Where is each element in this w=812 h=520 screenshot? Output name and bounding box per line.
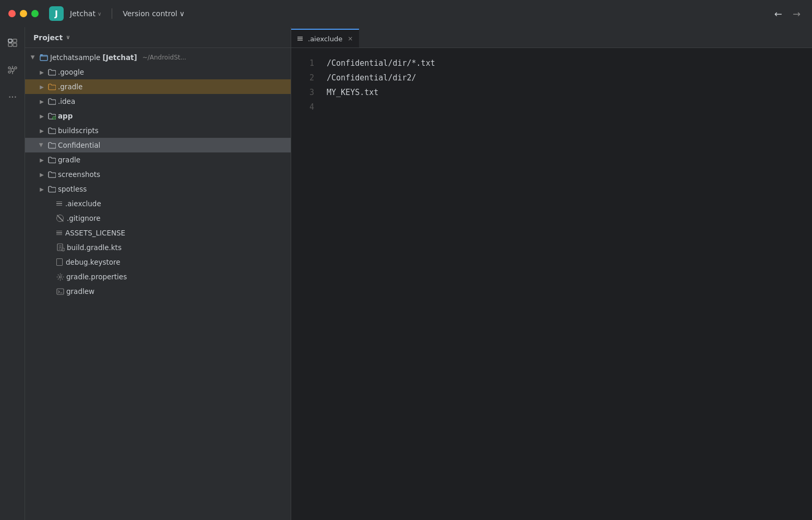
tree-item-build-gradle[interactable]: ▶ K build.gradle.kts (25, 240, 291, 255)
root-label: Jetchatsample [Jetchat] (50, 53, 137, 62)
gradle-kts-file-icon: K (56, 243, 65, 252)
tab-label: .aiexclude (308, 35, 342, 43)
tree-root-item[interactable]: ▶ Jetchatsample [Jetchat] ~/AndroidSt... (25, 50, 291, 65)
app-name-dropdown[interactable]: Jetchat ∨ (70, 9, 101, 18)
code-line-2-text: /Confidential/dir2/ (327, 72, 416, 85)
tree-item-assets-license[interactable]: ▶ ASSETS_LICENSE (25, 226, 291, 240)
tree-item-build-gradle-label: build.gradle.kts (67, 243, 122, 252)
titlebar: J Jetchat ∨ Version control ∨ ← → (0, 0, 812, 27)
version-control-chevron-icon: ∨ (180, 9, 185, 18)
root-path: ~/AndroidSt... (142, 54, 186, 61)
code-line-4 (323, 100, 812, 115)
tree-item-confidential[interactable]: ▶ Confidential (25, 138, 291, 152)
code-line-3-text: MY_KEYS.txt (327, 86, 378, 100)
tree-item-idea[interactable]: ▶ .idea (25, 94, 291, 109)
tree-item-app-arrow-icon[interactable]: ▶ (38, 112, 46, 120)
svg-point-9 (8, 71, 10, 73)
tab-file-icon (297, 37, 303, 41)
line-number-3: 3 (309, 86, 314, 100)
file-tree[interactable]: ▶ Jetchatsample [Jetchat] ~/AndroidSt...… (25, 48, 291, 520)
tree-item-idea-arrow-icon[interactable]: ▶ (38, 97, 46, 105)
tree-item-gradle-properties-label: gradle.properties (66, 273, 127, 281)
panel-title: Project (33, 33, 63, 42)
code-editor: 1 2 3 4 /Confidential/dir/*.txt /Confide… (291, 48, 812, 520)
tree-item-gradle-arrow-icon[interactable]: ▶ (38, 156, 46, 164)
tree-item-buildscripts[interactable]: ▶ buildscripts (25, 123, 291, 138)
tree-item-idea-label: .idea (58, 97, 75, 105)
tree-item-buildscripts-arrow-icon[interactable]: ▶ (38, 126, 46, 135)
close-button[interactable] (8, 10, 16, 17)
more-tools-button[interactable]: ··· (3, 88, 22, 107)
lines-file-icon (56, 202, 62, 206)
tree-item-screenshots[interactable]: ▶ screenshots (25, 167, 291, 182)
svg-point-17 (59, 276, 62, 278)
folder-google-icon (48, 68, 56, 76)
project-folder-icon (40, 53, 48, 62)
tab-close-button[interactable]: × (348, 35, 353, 42)
folder-screenshots-icon (48, 171, 56, 178)
svg-rect-2 (8, 43, 12, 46)
tree-item-gradle-properties[interactable]: ▶ gradle.properties (25, 269, 291, 284)
back-button[interactable]: ← (771, 6, 785, 21)
tree-item-assets-license-label: ASSETS_LICENSE (65, 229, 125, 237)
tree-item-debug-keystore[interactable]: ▶ debug.keystore (25, 255, 291, 269)
tree-item-gradlew[interactable]: ▶ gradlew (25, 284, 291, 299)
icon-bar: ··· (0, 27, 25, 520)
titlebar-separator (112, 8, 112, 19)
svg-text:A: A (54, 116, 56, 120)
commit-view-button[interactable] (3, 61, 22, 79)
project-view-button[interactable] (3, 33, 22, 52)
tree-item-aiexclude[interactable]: ▶ .aiexclude (25, 196, 291, 211)
svg-point-8 (15, 67, 17, 69)
forward-button[interactable]: → (790, 6, 804, 21)
tree-item-aiexclude-label: .aiexclude (65, 199, 101, 208)
app-badge: J (49, 6, 64, 21)
tree-item-google-label: .google (58, 68, 84, 76)
tree-item-gitignore[interactable]: ▶ .gitignore (25, 211, 291, 226)
gitignore-file-icon (56, 215, 64, 222)
tree-item-spotless-arrow-icon[interactable]: ▶ (38, 185, 46, 193)
tree-item-gradle-label: gradle (58, 156, 80, 164)
tree-item-app[interactable]: ▶ A app (25, 109, 291, 123)
tree-item-gradlew-label: gradlew (66, 287, 94, 296)
line-numbers: 1 2 3 4 (291, 48, 323, 520)
version-control-dropdown[interactable]: Version control ∨ (123, 9, 185, 18)
tree-item-gradle-orange-arrow-icon[interactable]: ▶ (38, 82, 46, 91)
lines-file2-icon (56, 231, 62, 235)
editor-area: .aiexclude × 1 2 3 4 /Confidential/dir/*… (291, 27, 812, 520)
minimize-button[interactable] (20, 10, 27, 17)
main-content: ··· Project ∨ ▶ Jetchatsample [Jetchat] … (0, 27, 812, 520)
tree-item-confidential-arrow-icon[interactable]: ▶ (38, 141, 46, 149)
panel-header: Project ∨ (25, 27, 291, 48)
folder-gradle-icon (48, 83, 56, 90)
tree-item-spotless[interactable]: ▶ spotless (25, 182, 291, 196)
code-line-1-text: /Confidential/dir/*.txt (327, 57, 435, 70)
folder-idea-icon (48, 98, 56, 105)
tree-item-gradle[interactable]: ▶ gradle (25, 152, 291, 167)
tree-item-google-arrow-icon[interactable]: ▶ (38, 68, 46, 76)
svg-point-7 (8, 67, 10, 69)
folder-app-icon: A (48, 112, 56, 120)
terminal-file-icon (56, 288, 64, 296)
panel-header-chevron-icon[interactable]: ∨ (66, 34, 70, 41)
tree-item-google[interactable]: ▶ .google (25, 65, 291, 79)
svg-rect-3 (13, 43, 17, 46)
tree-item-gradle-orange-label: .gradle (58, 82, 82, 91)
code-content[interactable]: /Confidential/dir/*.txt /Confidential/di… (323, 48, 812, 520)
line-number-1: 1 (309, 56, 314, 71)
editor-tab-aiexclude[interactable]: .aiexclude × (291, 29, 359, 48)
folder-confidential-icon (48, 141, 56, 149)
keystore-file-icon (56, 258, 63, 266)
navigation-arrows: ← → (771, 6, 804, 21)
svg-rect-1 (13, 39, 17, 42)
tree-root-arrow-icon[interactable]: ▶ (29, 53, 38, 62)
line-number-4: 4 (309, 100, 314, 115)
tree-item-buildscripts-label: buildscripts (58, 126, 99, 135)
tree-item-gitignore-label: .gitignore (67, 214, 101, 222)
tab-bar: .aiexclude × (291, 27, 812, 48)
maximize-button[interactable] (31, 10, 39, 17)
tree-item-screenshots-label: screenshots (58, 170, 100, 179)
svg-point-4 (11, 68, 14, 72)
tree-item-gradle-orange[interactable]: ▶ .gradle (25, 79, 291, 94)
tree-item-screenshots-arrow-icon[interactable]: ▶ (38, 170, 46, 179)
